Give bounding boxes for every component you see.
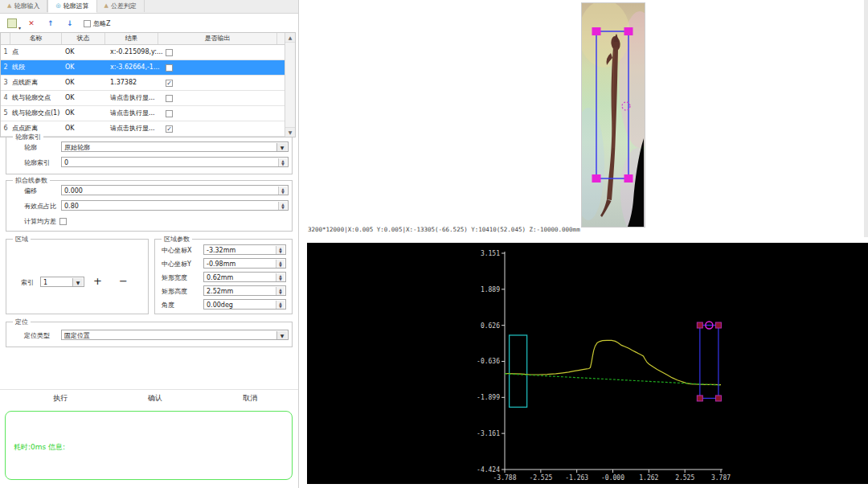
cancel-button[interactable]: 取消 [238,392,262,404]
chart-roi-handle[interactable] [697,396,702,401]
roi-handle-top-right[interactable] [624,27,633,35]
tab-contour-compute[interactable]: ◎ 轮廓运算 [47,0,96,13]
scroll-down-icon[interactable]: ▼ [285,127,295,137]
chart-region-rect[interactable] [510,335,527,407]
x-tick-label: 3.787 [711,474,731,482]
chevron-down-icon[interactable]: ▼ [276,143,287,152]
valid-ratio-input[interactable]: 0.80 ▲▼ [61,200,289,211]
group-title: 拟合线参数 [13,176,50,185]
ignore-z-checkbox[interactable] [84,20,91,27]
region-param-label: 矩形高度 [162,287,187,296]
spinner-arrows-icon[interactable]: ▲▼ [278,202,287,211]
viewer-scrollbar[interactable] [864,0,868,237]
row-index: 4 [1,91,10,105]
measure-result: x:-3.62664,-1... [108,60,163,75]
region-index-select[interactable]: 1 ▼ [40,277,84,287]
chevron-down-icon[interactable]: ▼ [276,331,287,340]
image-status-text: 3200*12000|X:0.005 Y:0.005|X:-13305(-66.… [308,226,580,233]
col-output[interactable]: 是否输出 [158,33,277,44]
region-param-input[interactable]: 0.62mm▲▼ [203,272,286,282]
table-scrollbar[interactable]: ▲ ▼ [285,33,295,137]
table-header: 名称 状态 结果 是否输出 [1,33,295,45]
triangle-icon: ▲ [7,3,11,9]
position-type-select[interactable]: 固定位置 ▼ [61,330,289,340]
spinner-arrows-icon[interactable]: ▲▼ [276,260,285,269]
image-viewer: 3200*12000|X:0.005 Y:0.005|X:-13305(-66.… [299,0,868,238]
chart-roi-handle[interactable] [697,322,702,328]
arrow-down-icon: ↓ [67,19,73,27]
region-param-input[interactable]: 0.00deg▲▼ [203,299,286,310]
measure-name: 线与轮廓交点 [10,91,63,105]
spinner-arrows-icon[interactable]: ▲▼ [276,301,285,310]
col-status[interactable]: 状态 [62,33,105,44]
spinner-arrows-icon[interactable]: ▲▼ [276,246,285,255]
message-box: 耗时:0ms 信息: [5,411,293,480]
spinner-arrows-icon[interactable]: ▲▼ [278,158,287,167]
scroll-up-icon[interactable]: ▲ [285,33,295,43]
remove-region-button[interactable]: − [119,275,135,287]
table-row[interactable]: 3点线距离OK1.37382 [1,76,295,91]
chart-roi-rect[interactable] [700,326,719,399]
move-up-button[interactable]: ↑ [45,18,56,29]
roi-handle-bottom-right[interactable] [624,174,633,182]
measure-result: x:-0.215098,y:... [108,45,163,59]
measure-status: OK [63,60,108,75]
spinner-arrows-icon[interactable]: ▲▼ [278,187,287,195]
table-row[interactable]: 1点OKx:-0.215098,y:... [1,45,295,60]
spinner-arrows-icon[interactable]: ▲▼ [276,287,285,296]
output-checkbox[interactable] [166,110,173,117]
contour-index-label: 轮廓索引 [24,158,50,167]
table-row[interactable]: 2线段OKx:-3.62664,-1... [1,60,295,76]
output-checkbox[interactable] [166,64,173,72]
region-param-input[interactable]: -0.98mm▲▼ [203,258,286,269]
roi-handle-top-left[interactable] [592,27,601,35]
confirm-button[interactable]: 确认 [143,392,167,404]
output-checkbox[interactable] [166,95,173,102]
chart-roi-handle[interactable] [715,396,721,401]
output-checkbox[interactable] [166,125,173,133]
offset-input[interactable]: 0.000 ▲▼ [61,185,289,195]
delete-measure-button[interactable]: ✕ [26,18,37,29]
chart-roi-handle[interactable] [715,322,721,328]
table-row[interactable]: 5线与轮廓交点(1)OK请点击执行显... [1,106,295,121]
left-panel: ▲ 轮廓输入 ◎ 轮廓运算 ▲ 公差判定 ✕ ↑ ↓ 忽略Z [0,0,299,488]
move-down-button[interactable]: ↓ [64,18,76,29]
output-checkbox[interactable] [166,49,173,56]
table-row[interactable]: 6点点距离OK请点击执行显... [1,121,295,137]
measure-name: 点线距离 [10,76,63,90]
output-cell [163,106,285,121]
region-param-value: -0.98mm [207,260,235,268]
region-param-input[interactable]: -3.32mm▲▼ [203,244,286,255]
output-checkbox[interactable] [166,80,173,87]
y-tick-label: -3.161 [477,430,500,437]
positioning-group: 定位 定位类型 固定位置 ▼ [6,322,293,347]
row-index: 6 [1,121,10,136]
table-row[interactable]: 4线与轮廓交点OK请点击执行显... [1,91,295,106]
chevron-down-icon[interactable]: ▼ [72,278,83,287]
contour-select[interactable]: 原始轮廓 ▼ [61,141,289,152]
tab-tolerance-judge[interactable]: ▲ 公差判定 [97,0,145,12]
execute-button[interactable]: 执行 [48,392,72,404]
tab-label: 公差判定 [111,0,137,12]
contour-index-group: 轮廓索引 轮廓 原始轮廓 ▼ 轮廓索引 0 ▲▼ [6,137,293,174]
add-measure-button[interactable] [6,18,18,29]
table-body: 1点OKx:-0.215098,y:...2线段OKx:-3.62664,-1.… [1,45,295,137]
contour-index-input[interactable]: 0 ▲▼ [61,157,289,167]
spinner-arrows-icon[interactable]: ▲▼ [276,273,285,282]
tab-contour-input[interactable]: ▲ 轮廓输入 [0,0,47,12]
roi-handle-bottom-left[interactable] [592,174,601,182]
msq-checkbox[interactable] [59,218,67,225]
add-region-button[interactable]: + [93,275,109,287]
region-param-label: 中心坐标Y [162,260,191,269]
scan-image[interactable] [581,2,645,228]
position-type-value: 固定位置 [64,332,90,339]
output-cell [163,91,285,105]
col-name[interactable]: 名称 [10,33,62,44]
measure-result: 请点击执行显... [108,106,163,121]
col-result[interactable]: 结果 [105,33,158,44]
x-tick-label: -0.000 [601,474,624,482]
measure-toolbar: ✕ ↑ ↓ 忽略Z [0,16,298,31]
region-param-input[interactable]: 2.52mm▲▼ [203,285,286,296]
region-param-value: 0.62mm [207,274,233,281]
measure-name: 线与轮廓交点(1) [10,106,63,121]
